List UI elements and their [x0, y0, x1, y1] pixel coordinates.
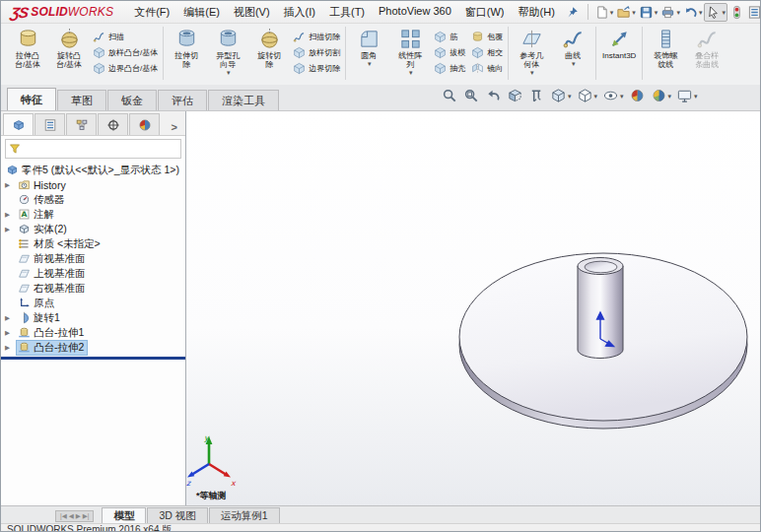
menu-item-工具(T)[interactable]: 工具(T)	[322, 2, 372, 23]
ribbon-extruded-cut-button[interactable]: 拉伸切除	[166, 27, 207, 69]
expand-arrow-icon[interactable]: ▶	[5, 211, 17, 219]
menu-item-PhotoView 360[interactable]: PhotoView 360	[372, 2, 458, 23]
ribbon-swept-boss-button[interactable]: 扫描	[90, 29, 161, 44]
select-button[interactable]: ▾	[704, 3, 727, 22]
ribbon-intersect-button[interactable]: 相交	[468, 44, 506, 60]
tree-item-history[interactable]: ▶History	[1, 177, 185, 192]
tab-特征[interactable]: 特征	[7, 88, 56, 110]
tree-item-material[interactable]: 材质 <未指定>	[1, 236, 185, 251]
ribbon-linear-pattern-label: 线性阵列	[398, 51, 422, 69]
tab-scroll-2[interactable]: ▶	[76, 512, 81, 520]
panel-expand-arrow[interactable]: >	[166, 121, 183, 135]
pin-icon[interactable]	[566, 6, 579, 19]
view-orientation-button[interactable]: ▾	[549, 87, 573, 105]
menu-item-视图(V)[interactable]: 视图(V)	[227, 2, 277, 23]
tree-item-boss-extrude2[interactable]: ▶凸台-拉伸2	[1, 340, 185, 355]
ribbon-revolved-boss-base-button[interactable]: 旋转凸台/基体	[48, 27, 90, 69]
graphics-viewport[interactable]: y x z *等轴测	[186, 111, 760, 505]
display-style-button[interactable]: ▾	[576, 87, 599, 105]
menu-item-编辑(E)[interactable]: 编辑(E)	[176, 2, 227, 23]
edit-appearance-button[interactable]	[628, 87, 647, 105]
zoom-to-area-button[interactable]	[462, 87, 481, 105]
view-settings-button[interactable]: ▾	[675, 87, 699, 105]
print-button[interactable]: ▾	[659, 4, 681, 21]
new-document-button[interactable]: ▾	[593, 4, 615, 21]
tab-scroll-1[interactable]: ◀	[69, 512, 74, 520]
tab-渲染工具[interactable]: 渲染工具	[208, 90, 279, 110]
panel-tab-property-manager[interactable]	[35, 113, 65, 135]
tab-草图[interactable]: 草图	[57, 90, 106, 110]
tree-item-annotations[interactable]: ▶注解	[1, 207, 185, 222]
panel-tab-configuration-manager[interactable]	[66, 113, 97, 135]
menu-item-窗口(W)[interactable]: 窗口(W)	[458, 2, 512, 23]
previous-view-button[interactable]	[484, 87, 503, 105]
tab-scroll-buttons[interactable]: |◀◀▶▶|	[55, 510, 94, 522]
ribbon-boundary-cut-button[interactable]: 边界切除	[290, 60, 343, 76]
ribbon-revolved-cut-button[interactable]: 旋转切除	[248, 27, 290, 69]
expand-arrow-icon[interactable]: ▶	[5, 226, 17, 233]
tree-item-front-plane[interactable]: 前视基准面	[1, 251, 185, 266]
undo-button[interactable]: ▾	[682, 4, 704, 21]
ribbon-curves-button[interactable]: 曲线▾	[552, 27, 593, 67]
ribbon-draft-button[interactable]: 拔模	[431, 44, 468, 60]
ribbon-hole-wizard-button[interactable]: 异型孔向导▾	[207, 27, 248, 76]
doc-tab-模型[interactable]: 模型	[102, 507, 146, 523]
tree-item-part-root[interactable]: 零件5 (默认<<默认>_显示状态 1>)	[1, 163, 185, 177]
zoom-to-fit-button[interactable]	[441, 87, 459, 105]
tree-item-origin[interactable]: 原点	[1, 296, 185, 310]
tab-scroll-3[interactable]: ▶|	[83, 512, 90, 520]
menu-item-文件(F)[interactable]: 文件(F)	[127, 2, 176, 23]
tree-item-right-plane[interactable]: 右视基准面	[1, 281, 185, 296]
rebuild-button[interactable]	[728, 4, 745, 21]
tree-item-boss-extrude1[interactable]: ▶凸台-拉伸1	[1, 325, 185, 340]
logo-mark: ƷS	[10, 4, 30, 21]
model-cylinder-hole[interactable]	[585, 261, 617, 273]
ribbon-rib-button[interactable]: 筋	[431, 29, 468, 44]
tree-item-sensors[interactable]: 传感器	[1, 192, 185, 207]
ribbon-extruded-boss-base-button[interactable]: 拉伸凸台/基体	[7, 27, 48, 69]
ribbon-wrap-button[interactable]: 包覆	[468, 29, 506, 44]
tree-item-top-plane[interactable]: 上视基准面	[1, 266, 185, 281]
filter-input[interactable]	[5, 139, 181, 159]
ribbon-instant3d-button[interactable]: Instant3D	[598, 27, 640, 60]
ribbon-cosmetic-thread-button[interactable]: 装饰螺纹线	[645, 27, 686, 69]
rollback-bar[interactable]	[1, 357, 185, 360]
apply-scene-button[interactable]: ▾	[650, 87, 673, 105]
menu-item-插入(I)[interactable]: 插入(I)	[277, 2, 322, 23]
section-view-button[interactable]	[506, 87, 524, 105]
ribbon-boundary-boss-button[interactable]: 边界凸台/基体	[90, 60, 161, 76]
expand-arrow-icon[interactable]: ▶	[5, 181, 17, 189]
ribbon-lofted-cut-button[interactable]: 放样切割	[290, 44, 343, 60]
tree-item-revolve1[interactable]: ▶旋转1	[1, 310, 185, 325]
ribbon-shell-button[interactable]: 抽壳	[431, 60, 468, 76]
panel-tab-dimxpert-manager[interactable]	[98, 113, 128, 135]
ribbon-intersect-label: 相交	[487, 47, 503, 58]
ribbon-fillet-button[interactable]: 圆角▾	[348, 27, 389, 67]
menu-item-帮助(H)[interactable]: 帮助(H)	[512, 2, 562, 23]
measure-button[interactable]	[527, 87, 546, 105]
save-button[interactable]: ▾	[638, 4, 659, 21]
hide-show-items-button[interactable]: ▾	[601, 87, 625, 105]
tab-评估[interactable]: 评估	[158, 90, 207, 110]
doc-tab-3D 视图[interactable]: 3D 视图	[147, 507, 207, 523]
tree-item-solid-bodies[interactable]: ▶实体(2)	[1, 222, 185, 236]
bodies-icon	[18, 223, 31, 235]
ribbon-rib-label: 筋	[450, 32, 457, 42]
tab-scroll-0[interactable]: |◀	[60, 512, 67, 520]
ribbon-swept-cut-button[interactable]: 扫描切除	[290, 29, 343, 44]
panel-tab-display-manager[interactable]	[129, 113, 160, 135]
ribbon-lofted-boss-button[interactable]: 放样凸台/基体	[90, 44, 161, 60]
open-button[interactable]: ▾	[615, 4, 637, 21]
expand-arrow-icon[interactable]: ▶	[5, 314, 17, 322]
ribbon-mirror-button[interactable]: 镜向	[468, 60, 506, 76]
expand-arrow-icon[interactable]: ▶	[5, 329, 17, 337]
ribbon-reference-geometry-button[interactable]: 参考几何体▾	[511, 27, 552, 76]
panel-tab-feature-manager[interactable]	[3, 113, 34, 135]
doc-tab-运动算例1[interactable]: 运动算例1	[209, 507, 280, 523]
ribbon-group-1: 拉伸切除异型孔向导▾旋转切除扫描切除放样切割边界切除	[164, 24, 345, 76]
ribbon-linear-pattern-button[interactable]: 线性阵列▾	[389, 27, 431, 76]
file-properties-button[interactable]	[746, 4, 760, 21]
expand-arrow-icon[interactable]: ▶	[5, 344, 17, 352]
tab-钣金[interactable]: 钣金	[107, 90, 157, 110]
model-canvas[interactable]: y x z	[186, 111, 760, 505]
